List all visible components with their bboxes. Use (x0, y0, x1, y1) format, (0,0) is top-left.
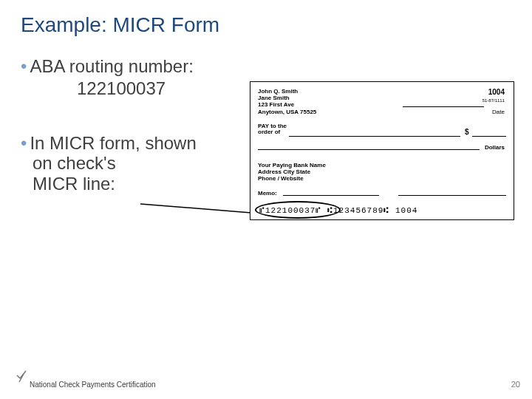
bank-name: Your Paying Bank Name (258, 162, 326, 168)
date-line (403, 106, 484, 107)
payer-name-1: John Q. Smith (258, 88, 316, 95)
slide-title: Example: MICR Form (21, 13, 219, 37)
bullet2-line3: MICR line: (33, 174, 242, 194)
check-image: John Q. Smith Jane Smith 123 First Ave A… (250, 81, 514, 220)
bullet1-label: ABA routing number: (30, 56, 193, 76)
check-number: 1004 (488, 88, 505, 96)
micr-line: ⑈122100037⑈ ⑆123456789⑆ 1004 (259, 206, 417, 215)
bullet-list: •ABA routing number: 122100037 •In MICR … (21, 56, 242, 194)
arrow-icon (140, 200, 259, 219)
bullet-marker: • (21, 56, 27, 76)
payer-name-2: Jane Smith (258, 95, 316, 101)
fractional-routing: 51-87/1111 (482, 98, 505, 103)
memo-line (283, 194, 379, 196)
date-label: Date (492, 109, 505, 115)
payer-addr-2: Anytown, USA 75525 (258, 109, 316, 115)
checkmark-pencil-icon (16, 369, 27, 383)
bullet2-line1: In MICR form, shown (30, 133, 196, 153)
svg-line-0 (140, 204, 251, 213)
memo-label: Memo: (258, 190, 277, 197)
dollar-sign: $ (465, 128, 469, 136)
payee-line (289, 135, 460, 137)
bank-block: Your Paying Bank Name Address City State… (258, 162, 326, 183)
written-amount-line (258, 149, 480, 150)
bullet-item-2: •In MICR form, shown (21, 133, 242, 154)
payto-line2: order of (258, 129, 287, 135)
payer-addr-1: 123 First Ave (258, 101, 316, 108)
page-number: 20 (511, 380, 520, 389)
payer-name-block: John Q. Smith Jane Smith 123 First Ave A… (258, 88, 316, 115)
footer-text: National Check Payments Certification (30, 381, 156, 389)
pay-to-label: PAY to the order of (258, 123, 287, 136)
amount-line (472, 135, 506, 137)
signature-line (398, 194, 506, 196)
bullet-item-1: •ABA routing number: (21, 56, 242, 77)
dollars-label: Dollars (485, 144, 505, 151)
bullet-marker: • (21, 133, 27, 153)
bank-phone: Phone / Website (258, 175, 326, 182)
bullet1-value: 122100037 (77, 78, 242, 99)
bank-addr: Address City State (258, 168, 326, 175)
slide: Example: MICR Form •ABA routing number: … (0, 0, 532, 399)
bullet2-line2: on check's (33, 153, 242, 174)
